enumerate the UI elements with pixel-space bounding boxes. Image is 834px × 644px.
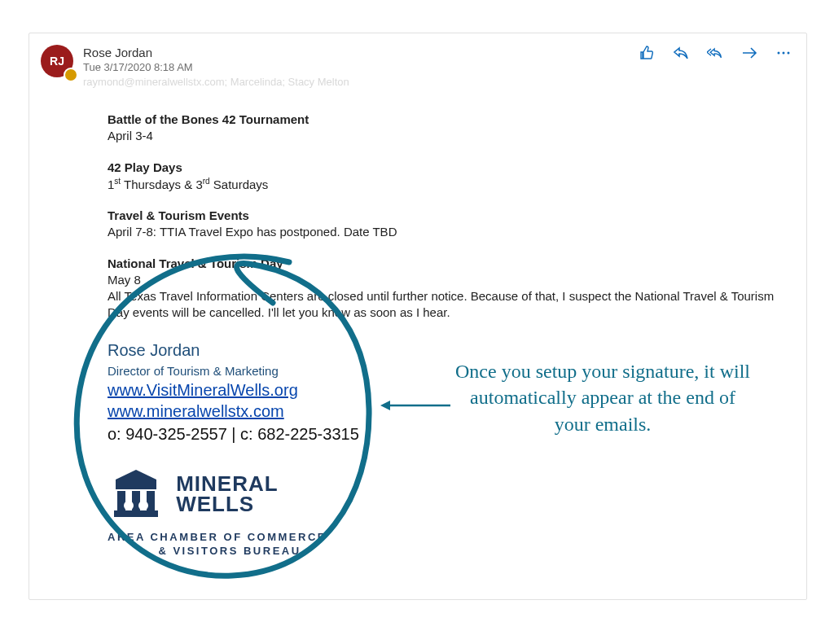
like-button[interactable] xyxy=(639,45,655,61)
section-2-line: 1st Thursdays & 3rd Saturdays xyxy=(108,177,268,191)
svg-point-7 xyxy=(124,501,134,510)
reply-all-icon xyxy=(707,45,723,61)
reply-icon xyxy=(673,45,689,61)
annotation-text: Once you setup your signature, it will a… xyxy=(452,358,753,437)
forward-icon xyxy=(741,45,757,61)
section-2: 42 Play Days 1st Thursdays & 3rd Saturda… xyxy=(108,160,792,194)
section-1-title: Battle of the Bones 42 Tournament xyxy=(108,112,309,126)
reply-button[interactable] xyxy=(673,45,689,61)
email-body: Battle of the Bones 42 Tournament April … xyxy=(29,112,806,559)
section-1-line: April 3-4 xyxy=(108,129,153,142)
svg-rect-3 xyxy=(116,484,156,489)
signature-logo: MINERAL WELLS AREA CHAMBER OF COMMERCE &… xyxy=(108,468,792,559)
logo-subtext: AREA CHAMBER OF COMMERCE & VISITORS BURE… xyxy=(108,530,792,559)
more-icon xyxy=(775,45,792,61)
section-4-line2: All Texas Travel Information Centers are… xyxy=(108,289,774,319)
sender-date: Tue 3/17/2020 8:18 AM xyxy=(83,61,792,75)
section-4: National Travel & Tourism Day May 8 All … xyxy=(108,256,792,322)
logo-text: MINERAL WELLS xyxy=(176,474,278,514)
svg-point-0 xyxy=(778,52,780,55)
section-4-title: National Travel & Tourism Day xyxy=(108,256,283,270)
email-card: RJ Rose Jordan Tue 3/17/2020 8:18 AM ray… xyxy=(29,33,807,600)
reply-all-button[interactable] xyxy=(707,45,723,61)
presence-indicator xyxy=(64,68,78,82)
svg-point-1 xyxy=(783,52,785,55)
svg-point-2 xyxy=(788,52,790,55)
section-3: Travel & Tourism Events April 7-8: TTIA … xyxy=(108,208,792,241)
recipients-line: raymond@mineralwellstx.com; Marcelinda; … xyxy=(83,76,792,88)
section-3-title: Travel & Tourism Events xyxy=(108,208,249,222)
section-2-title: 42 Play Days xyxy=(108,160,182,174)
logo-sub-line1: AREA CHAMBER OF COMMERCE xyxy=(108,530,792,545)
avatar-initials: RJ xyxy=(50,55,64,68)
svg-rect-5 xyxy=(132,491,140,510)
svg-rect-4 xyxy=(117,491,125,510)
email-header: RJ Rose Jordan Tue 3/17/2020 8:18 AM ray… xyxy=(29,33,806,97)
section-3-line: April 7-8: TTIA Travel Expo has postpone… xyxy=(108,225,397,239)
svg-point-8 xyxy=(138,501,148,510)
more-actions-button[interactable] xyxy=(775,45,792,61)
logo-mark-icon xyxy=(108,468,165,520)
section-4-line1: May 8 xyxy=(108,273,141,287)
annotation-arrow xyxy=(379,397,452,414)
logo-line2: WELLS xyxy=(176,494,278,515)
section-1: Battle of the Bones 42 Tournament April … xyxy=(108,112,792,145)
thumbs-up-icon xyxy=(639,45,655,61)
svg-rect-9 xyxy=(114,510,158,517)
forward-button[interactable] xyxy=(741,45,757,61)
svg-rect-6 xyxy=(147,491,155,510)
logo-sub-line2: & VISITORS BUREAU xyxy=(108,544,352,559)
message-actions xyxy=(639,45,792,61)
